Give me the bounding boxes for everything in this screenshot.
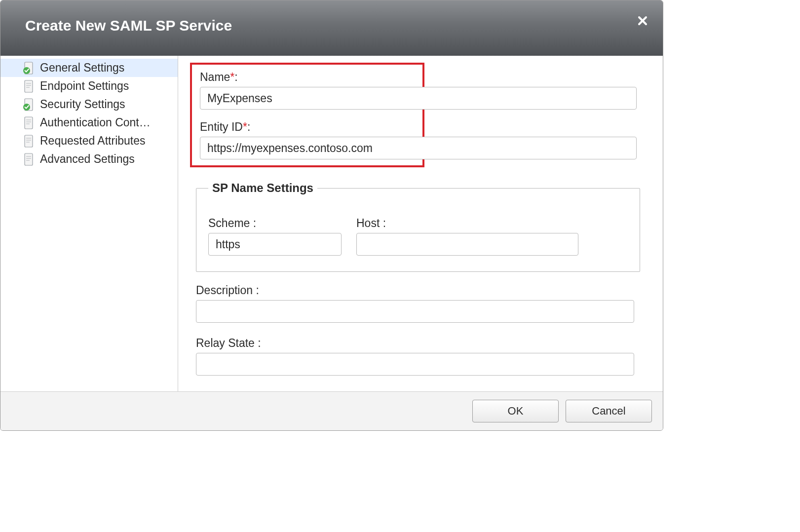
highlight-box: Name*: Entity ID*: [190, 63, 424, 167]
ok-button[interactable]: OK [472, 400, 559, 422]
host-label: Host : [356, 217, 578, 230]
dialog: Create New SAML SP Service General Setti… [0, 0, 663, 431]
description-input[interactable] [196, 300, 634, 323]
entity-id-input[interactable] [200, 137, 637, 159]
sp-name-settings-fieldset: SP Name Settings Scheme : Host : [196, 181, 640, 272]
sidebar-item-label: Authentication Cont… [40, 116, 151, 129]
name-label: Name*: [200, 71, 415, 84]
sidebar-item-4[interactable]: Requested Attributes [0, 132, 178, 150]
host-input[interactable] [356, 233, 578, 256]
page-check-icon [22, 98, 35, 111]
sidebar-item-label: Requested Attributes [40, 134, 146, 148]
dialog-title: Create New SAML SP Service [25, 17, 638, 34]
dialog-header: Create New SAML SP Service [0, 0, 663, 56]
sidebar-item-1[interactable]: Endpoint Settings [0, 77, 178, 95]
cancel-button[interactable]: Cancel [566, 400, 652, 422]
entity-id-label: Entity ID*: [200, 120, 415, 134]
sidebar-item-label: Advanced Settings [40, 152, 135, 166]
sidebar-item-3[interactable]: Authentication Cont… [0, 114, 178, 132]
sidebar-item-5[interactable]: Advanced Settings [0, 150, 178, 168]
dialog-footer: OK Cancel [0, 391, 663, 430]
sidebar-item-0[interactable]: General Settings [0, 59, 178, 77]
sidebar-item-label: General Settings [40, 61, 124, 75]
scheme-combo[interactable] [208, 233, 342, 256]
page-check-icon [22, 62, 35, 75]
page-icon [22, 116, 35, 129]
sidebar-item-label: Endpoint Settings [40, 79, 129, 93]
page-icon [22, 80, 35, 93]
sidebar-item-2[interactable]: Security Settings [0, 95, 178, 114]
description-label: Description : [196, 284, 651, 297]
sidebar-item-label: Security Settings [40, 98, 125, 111]
relay-state-label: Relay State : [196, 337, 651, 350]
page-icon [22, 153, 35, 166]
sidebar: General SettingsEndpoint SettingsSecurit… [0, 56, 178, 391]
relay-state-input[interactable] [196, 353, 634, 376]
dialog-body: General SettingsEndpoint SettingsSecurit… [0, 56, 663, 391]
close-icon[interactable] [637, 14, 648, 30]
page-icon [22, 135, 35, 148]
scheme-label: Scheme : [208, 217, 342, 230]
main-panel: Name*: Entity ID*: SP Name Settings Sche… [178, 56, 663, 391]
scheme-input[interactable] [209, 233, 368, 255]
sp-name-settings-legend: SP Name Settings [208, 181, 317, 195]
name-input[interactable] [200, 87, 637, 110]
